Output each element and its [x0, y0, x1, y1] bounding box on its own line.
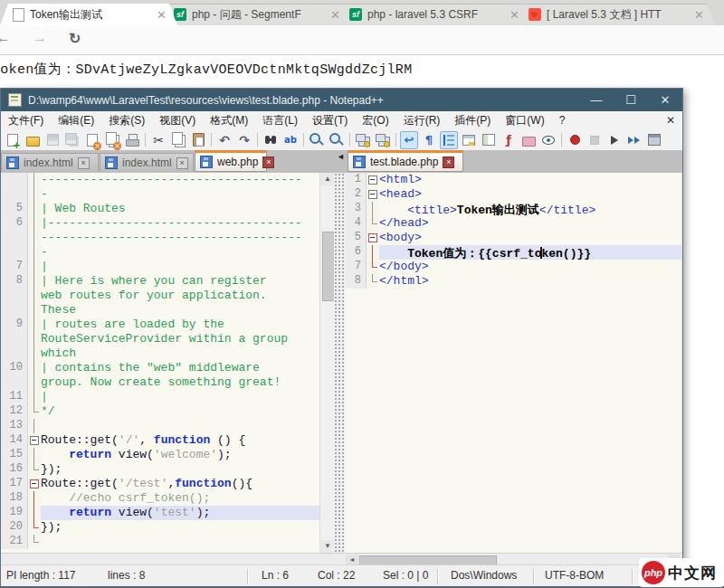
fold-marker[interactable] — [28, 477, 41, 491]
menu-item[interactable]: 插件(P) — [447, 111, 498, 129]
code-line-text — [41, 535, 319, 549]
editor-tab-web.php[interactable]: web.php× — [195, 150, 267, 172]
open-file-button[interactable] — [24, 131, 42, 149]
tab-close-icon[interactable]: × — [78, 157, 90, 169]
editor-tab-index.html[interactable]: index.html× — [100, 153, 194, 172]
code-row: 9| routes are loaded by the — [1, 318, 319, 332]
tab-close-icon[interactable]: × — [262, 156, 274, 168]
forward-icon[interactable]: → — [33, 30, 47, 46]
menu-item[interactable]: 宏(O) — [355, 111, 395, 129]
tab-close-icon[interactable]: ✕ — [692, 9, 706, 21]
fold-marker — [28, 361, 41, 375]
fold-marker[interactable] — [367, 231, 379, 245]
code-row: 8</html> — [345, 274, 681, 289]
find-button[interactable] — [262, 131, 280, 149]
zoom-out-button[interactable] — [328, 131, 346, 149]
code-line-text: }); — [41, 462, 319, 477]
scrollbar-thumb[interactable] — [322, 232, 335, 301]
macro-run-multiple-button[interactable] — [625, 131, 643, 149]
horizontal-scrollbar-row[interactable]: ◄ ► — [1, 553, 682, 564]
macro-stop-button — [586, 131, 604, 149]
scroll-up-icon[interactable]: ▲ — [320, 173, 335, 185]
menubar-close-icon[interactable]: ✕ — [666, 111, 675, 129]
browser-tab-title: php - 问题 - SegmentF — [192, 7, 321, 23]
fold-marker[interactable] — [28, 433, 41, 448]
word-wrap-button[interactable] — [400, 131, 418, 149]
menu-item[interactable]: 运行(R) — [396, 111, 448, 129]
macro-play-button[interactable] — [605, 131, 624, 149]
tab-close-icon[interactable]: ✕ — [155, 9, 168, 21]
cut-button[interactable] — [149, 131, 167, 149]
indent-guide-button[interactable] — [440, 131, 458, 149]
tab-close-icon[interactable]: × — [443, 156, 454, 168]
sync-horizontal-scroll-button[interactable] — [374, 131, 392, 149]
menu-item[interactable]: 格式(M) — [203, 111, 255, 129]
redo-button[interactable] — [235, 131, 253, 149]
php-logo-text: 中文网 — [668, 563, 717, 583]
line-number — [1, 289, 28, 303]
user-defined-dialog-button[interactable] — [460, 131, 478, 149]
minimize-button[interactable]: — — [579, 89, 614, 111]
tab-close-icon[interactable]: × — [176, 157, 188, 169]
macro-record-button[interactable] — [566, 131, 584, 149]
menu-item[interactable]: 窗口(W) — [498, 111, 551, 129]
left-vertical-scrollbar[interactable]: ▲ ▼ — [319, 173, 334, 553]
browser-tab[interactable]: sfphp - 问题 - SegmentF✕ — [161, 4, 351, 25]
fold-marker — [28, 260, 41, 274]
code-row: 11| — [1, 390, 319, 404]
macro-save-button[interactable] — [645, 131, 663, 149]
tab-scroll-left-icon[interactable]: ◄ — [337, 152, 345, 161]
function-list-button[interactable] — [500, 131, 518, 149]
fold-marker[interactable] — [367, 173, 379, 187]
editor-pane-right[interactable]: 1<html>2<head>3 <title>Token输出测试</title>… — [345, 173, 681, 553]
browser-tab[interactable]: [ Laravel 5.3 文档 ] HTT✕ — [516, 4, 715, 25]
close-all-files-button[interactable] — [103, 131, 121, 149]
code-token: which — [41, 346, 76, 360]
saved-file-icon — [105, 156, 118, 169]
editor-tab-index.html[interactable]: index.html× — [1, 153, 99, 172]
close-button[interactable]: ✕ — [648, 89, 682, 111]
copy-button[interactable] — [169, 131, 187, 149]
editor-tab-label: index.html — [24, 156, 73, 169]
back-icon[interactable]: ← — [0, 30, 11, 46]
menu-item[interactable]: 编辑(E) — [51, 111, 101, 129]
menu-item[interactable]: 搜索(S) — [101, 111, 152, 129]
scroll-left-icon[interactable]: ◄ — [346, 555, 358, 564]
folder-as-workspace-button[interactable] — [519, 131, 538, 149]
show-all-characters-button[interactable] — [420, 131, 438, 149]
new-file-button[interactable] — [4, 131, 22, 149]
zoom-in-button[interactable] — [308, 131, 326, 149]
scroll-down-icon[interactable]: ▼ — [320, 540, 335, 553]
browser-tab-title: php - laravel 5.3 CSRF — [367, 8, 500, 21]
document-monitor-button[interactable] — [539, 131, 557, 149]
editor-pane-left[interactable]: --------------------------------------5|… — [1, 173, 319, 553]
fold-marker — [28, 202, 41, 216]
pane-splitter[interactable] — [334, 173, 345, 564]
fold-marker[interactable] — [367, 187, 379, 202]
code-row: 7| — [1, 260, 319, 274]
undo-button[interactable] — [215, 131, 233, 149]
paste-button[interactable] — [189, 131, 207, 149]
maximize-button[interactable]: ☐ — [614, 89, 648, 111]
sync-vertical-scroll-button[interactable] — [354, 131, 372, 149]
reload-icon[interactable]: ↻ — [69, 30, 81, 47]
fold-marker — [28, 173, 41, 187]
close-file-button[interactable] — [83, 131, 101, 149]
code-token: Token值为：{{csrf_to — [407, 247, 541, 261]
code-line-text: web routes for your application. — [41, 289, 319, 303]
print-button[interactable] — [123, 131, 141, 149]
menu-item[interactable]: 文件(F) — [1, 111, 51, 129]
replace-button[interactable] — [281, 131, 300, 149]
browser-tab[interactable]: Token输出测试✕ — [0, 4, 177, 25]
menu-item[interactable]: 语言(L) — [255, 111, 305, 129]
browser-tab[interactable]: sfphp - laravel 5.3 CSRF✕ — [337, 4, 530, 25]
status-length: PI length : 117 — [6, 569, 76, 582]
document-map-button[interactable] — [480, 131, 498, 149]
menu-item[interactable]: 视图(V) — [152, 111, 203, 129]
code-line-text: group. Now create something great! — [41, 375, 319, 390]
code-line-text: |------------------------------------ — [41, 216, 319, 231]
menu-item[interactable]: ? — [552, 111, 573, 129]
code-token: //echo csrf_token(); — [69, 491, 210, 505]
menu-item[interactable]: 设置(T) — [305, 111, 355, 129]
editor-tab-test.blade.php[interactable]: test.blade.php× — [348, 150, 463, 172]
